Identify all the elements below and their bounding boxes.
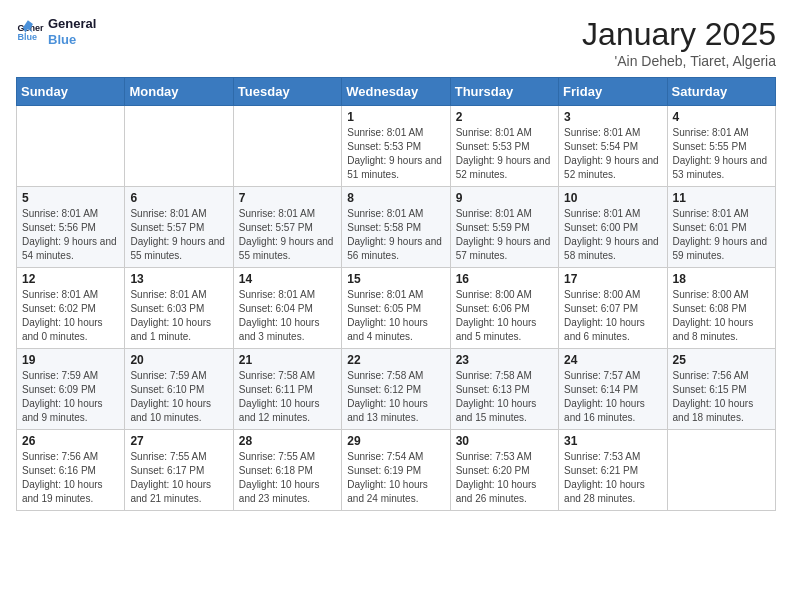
day-info: Sunrise: 7:58 AM Sunset: 6:12 PM Dayligh…	[347, 369, 444, 425]
day-number: 7	[239, 191, 336, 205]
day-info: Sunrise: 8:01 AM Sunset: 5:55 PM Dayligh…	[673, 126, 770, 182]
day-info: Sunrise: 8:01 AM Sunset: 6:03 PM Dayligh…	[130, 288, 227, 344]
calendar-cell: 23Sunrise: 7:58 AM Sunset: 6:13 PM Dayli…	[450, 349, 558, 430]
day-number: 28	[239, 434, 336, 448]
day-info: Sunrise: 7:55 AM Sunset: 6:18 PM Dayligh…	[239, 450, 336, 506]
day-number: 3	[564, 110, 661, 124]
logo-line1: General	[48, 16, 96, 32]
calendar-cell: 26Sunrise: 7:56 AM Sunset: 6:16 PM Dayli…	[17, 430, 125, 511]
day-info: Sunrise: 8:00 AM Sunset: 6:08 PM Dayligh…	[673, 288, 770, 344]
day-number: 14	[239, 272, 336, 286]
day-info: Sunrise: 8:01 AM Sunset: 5:57 PM Dayligh…	[130, 207, 227, 263]
calendar: SundayMondayTuesdayWednesdayThursdayFrid…	[16, 77, 776, 511]
day-info: Sunrise: 7:58 AM Sunset: 6:11 PM Dayligh…	[239, 369, 336, 425]
day-info: Sunrise: 7:58 AM Sunset: 6:13 PM Dayligh…	[456, 369, 553, 425]
day-number: 13	[130, 272, 227, 286]
calendar-cell: 30Sunrise: 7:53 AM Sunset: 6:20 PM Dayli…	[450, 430, 558, 511]
day-number: 1	[347, 110, 444, 124]
weekday-header-monday: Monday	[125, 78, 233, 106]
calendar-cell: 18Sunrise: 8:00 AM Sunset: 6:08 PM Dayli…	[667, 268, 775, 349]
day-number: 5	[22, 191, 119, 205]
calendar-cell: 12Sunrise: 8:01 AM Sunset: 6:02 PM Dayli…	[17, 268, 125, 349]
day-number: 27	[130, 434, 227, 448]
day-info: Sunrise: 7:59 AM Sunset: 6:10 PM Dayligh…	[130, 369, 227, 425]
day-info: Sunrise: 8:01 AM Sunset: 6:04 PM Dayligh…	[239, 288, 336, 344]
day-number: 10	[564, 191, 661, 205]
calendar-week-1: 1Sunrise: 8:01 AM Sunset: 5:53 PM Daylig…	[17, 106, 776, 187]
title-block: January 2025 'Ain Deheb, Tiaret, Algeria	[582, 16, 776, 69]
calendar-cell: 8Sunrise: 8:01 AM Sunset: 5:58 PM Daylig…	[342, 187, 450, 268]
calendar-cell: 28Sunrise: 7:55 AM Sunset: 6:18 PM Dayli…	[233, 430, 341, 511]
calendar-cell: 3Sunrise: 8:01 AM Sunset: 5:54 PM Daylig…	[559, 106, 667, 187]
calendar-cell: 17Sunrise: 8:00 AM Sunset: 6:07 PM Dayli…	[559, 268, 667, 349]
day-number: 26	[22, 434, 119, 448]
calendar-week-4: 19Sunrise: 7:59 AM Sunset: 6:09 PM Dayli…	[17, 349, 776, 430]
day-number: 15	[347, 272, 444, 286]
calendar-cell: 11Sunrise: 8:01 AM Sunset: 6:01 PM Dayli…	[667, 187, 775, 268]
day-number: 19	[22, 353, 119, 367]
calendar-cell: 16Sunrise: 8:00 AM Sunset: 6:06 PM Dayli…	[450, 268, 558, 349]
day-number: 17	[564, 272, 661, 286]
day-info: Sunrise: 7:57 AM Sunset: 6:14 PM Dayligh…	[564, 369, 661, 425]
calendar-cell: 15Sunrise: 8:01 AM Sunset: 6:05 PM Dayli…	[342, 268, 450, 349]
logo-icon: General Blue	[16, 18, 44, 46]
day-number: 16	[456, 272, 553, 286]
logo-line2: Blue	[48, 32, 96, 48]
day-info: Sunrise: 7:59 AM Sunset: 6:09 PM Dayligh…	[22, 369, 119, 425]
calendar-cell: 13Sunrise: 8:01 AM Sunset: 6:03 PM Dayli…	[125, 268, 233, 349]
day-info: Sunrise: 8:01 AM Sunset: 5:59 PM Dayligh…	[456, 207, 553, 263]
day-info: Sunrise: 8:01 AM Sunset: 5:54 PM Dayligh…	[564, 126, 661, 182]
day-number: 25	[673, 353, 770, 367]
day-number: 31	[564, 434, 661, 448]
month-title: January 2025	[582, 16, 776, 53]
day-info: Sunrise: 7:54 AM Sunset: 6:19 PM Dayligh…	[347, 450, 444, 506]
weekday-header-saturday: Saturday	[667, 78, 775, 106]
day-info: Sunrise: 8:01 AM Sunset: 5:53 PM Dayligh…	[456, 126, 553, 182]
day-number: 29	[347, 434, 444, 448]
day-number: 4	[673, 110, 770, 124]
calendar-cell: 22Sunrise: 7:58 AM Sunset: 6:12 PM Dayli…	[342, 349, 450, 430]
day-info: Sunrise: 8:01 AM Sunset: 5:57 PM Dayligh…	[239, 207, 336, 263]
logo: General Blue General Blue	[16, 16, 96, 47]
day-number: 21	[239, 353, 336, 367]
calendar-cell: 24Sunrise: 7:57 AM Sunset: 6:14 PM Dayli…	[559, 349, 667, 430]
day-info: Sunrise: 7:53 AM Sunset: 6:20 PM Dayligh…	[456, 450, 553, 506]
calendar-cell: 2Sunrise: 8:01 AM Sunset: 5:53 PM Daylig…	[450, 106, 558, 187]
day-number: 9	[456, 191, 553, 205]
calendar-cell: 9Sunrise: 8:01 AM Sunset: 5:59 PM Daylig…	[450, 187, 558, 268]
weekday-header-tuesday: Tuesday	[233, 78, 341, 106]
calendar-cell: 31Sunrise: 7:53 AM Sunset: 6:21 PM Dayli…	[559, 430, 667, 511]
day-number: 12	[22, 272, 119, 286]
page-header: General Blue General Blue January 2025 '…	[16, 16, 776, 69]
day-info: Sunrise: 8:01 AM Sunset: 6:00 PM Dayligh…	[564, 207, 661, 263]
day-info: Sunrise: 8:01 AM Sunset: 5:58 PM Dayligh…	[347, 207, 444, 263]
day-number: 22	[347, 353, 444, 367]
day-info: Sunrise: 8:01 AM Sunset: 5:56 PM Dayligh…	[22, 207, 119, 263]
day-info: Sunrise: 8:01 AM Sunset: 5:53 PM Dayligh…	[347, 126, 444, 182]
location: 'Ain Deheb, Tiaret, Algeria	[582, 53, 776, 69]
day-number: 24	[564, 353, 661, 367]
calendar-cell: 21Sunrise: 7:58 AM Sunset: 6:11 PM Dayli…	[233, 349, 341, 430]
calendar-cell: 14Sunrise: 8:01 AM Sunset: 6:04 PM Dayli…	[233, 268, 341, 349]
day-number: 18	[673, 272, 770, 286]
calendar-cell: 29Sunrise: 7:54 AM Sunset: 6:19 PM Dayli…	[342, 430, 450, 511]
day-number: 20	[130, 353, 227, 367]
calendar-cell: 27Sunrise: 7:55 AM Sunset: 6:17 PM Dayli…	[125, 430, 233, 511]
calendar-cell: 19Sunrise: 7:59 AM Sunset: 6:09 PM Dayli…	[17, 349, 125, 430]
calendar-cell	[125, 106, 233, 187]
day-number: 30	[456, 434, 553, 448]
weekday-header-thursday: Thursday	[450, 78, 558, 106]
calendar-week-3: 12Sunrise: 8:01 AM Sunset: 6:02 PM Dayli…	[17, 268, 776, 349]
calendar-cell: 25Sunrise: 7:56 AM Sunset: 6:15 PM Dayli…	[667, 349, 775, 430]
svg-text:Blue: Blue	[17, 32, 37, 42]
weekday-header-friday: Friday	[559, 78, 667, 106]
day-info: Sunrise: 8:00 AM Sunset: 6:07 PM Dayligh…	[564, 288, 661, 344]
day-number: 2	[456, 110, 553, 124]
calendar-cell	[17, 106, 125, 187]
calendar-cell: 5Sunrise: 8:01 AM Sunset: 5:56 PM Daylig…	[17, 187, 125, 268]
day-info: Sunrise: 8:01 AM Sunset: 6:01 PM Dayligh…	[673, 207, 770, 263]
calendar-cell: 1Sunrise: 8:01 AM Sunset: 5:53 PM Daylig…	[342, 106, 450, 187]
weekday-header-wednesday: Wednesday	[342, 78, 450, 106]
calendar-cell: 7Sunrise: 8:01 AM Sunset: 5:57 PM Daylig…	[233, 187, 341, 268]
weekday-header-row: SundayMondayTuesdayWednesdayThursdayFrid…	[17, 78, 776, 106]
